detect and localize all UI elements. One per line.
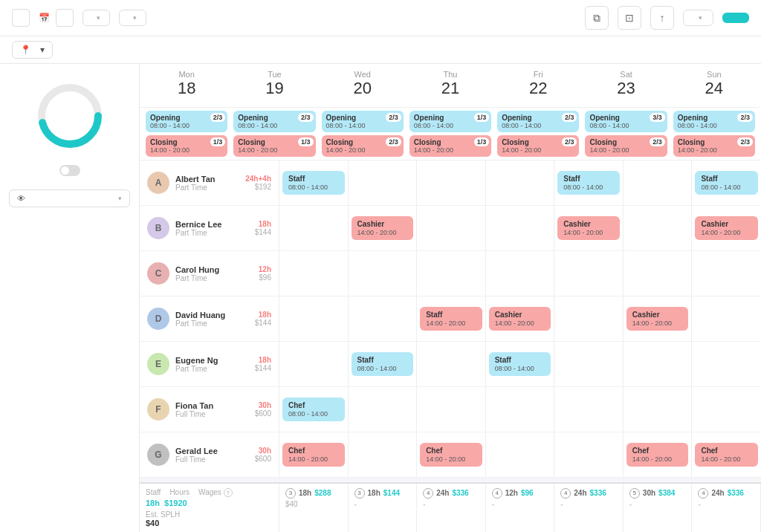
staff-day-cell[interactable]: Staff08:00 - 14:00: [279, 160, 349, 205]
shift-column-sat: Opening 08:00 - 14:00 3/3 Closing 14:00 …: [585, 111, 667, 157]
shift-chip[interactable]: Chef08:00 - 14:00: [282, 398, 345, 421]
staff-day-cell[interactable]: [486, 251, 555, 296]
opening-shift-block[interactable]: Opening 08:00 - 14:00 2/3: [146, 111, 227, 132]
shift-chip[interactable]: Cashier14:00 - 20:00: [489, 307, 551, 331]
shift-chip[interactable]: Staff08:00 - 14:00: [695, 171, 758, 195]
staff-day-cell[interactable]: [417, 206, 486, 250]
upload-button[interactable]: ↑: [650, 6, 674, 30]
publish-button[interactable]: [722, 13, 749, 23]
staff-day-cell[interactable]: Staff08:00 - 14:00: [692, 160, 761, 205]
staff-day-cell[interactable]: [554, 251, 624, 296]
staff-day-cell[interactable]: [692, 342, 761, 386]
staff-day-cell[interactable]: [692, 251, 761, 296]
staff-day-cell[interactable]: [624, 251, 693, 296]
staff-day-cell[interactable]: Cashier14:00 - 20:00: [349, 206, 418, 250]
staff-day-cell[interactable]: [349, 296, 418, 341]
opening-shift-block[interactable]: Opening 08:00 - 14:00 2/3: [233, 111, 315, 132]
staff-day-cell[interactable]: [624, 160, 693, 205]
staff-day-cell[interactable]: [349, 160, 418, 205]
staff-day-cell[interactable]: Staff08:00 - 14:00: [554, 160, 624, 205]
shift-chip[interactable]: Staff08:00 - 14:00: [282, 171, 345, 195]
staff-view-dropdown[interactable]: ▾: [119, 10, 146, 26]
closing-shift-block[interactable]: Closing 14:00 - 20:00 2/3: [585, 135, 667, 157]
staff-day-cell[interactable]: Cashier14:00 - 20:00: [554, 206, 624, 250]
shift-chip[interactable]: Chef14:00 - 20:00: [626, 443, 689, 467]
closing-shift-block[interactable]: Closing 14:00 - 20:00 2/3: [322, 135, 404, 157]
shift-chip[interactable]: Staff08:00 - 14:00: [489, 352, 551, 376]
staff-day-cell[interactable]: Chef14:00 - 20:00: [692, 432, 761, 477]
shift-chip[interactable]: Chef14:00 - 20:00: [420, 443, 482, 467]
staff-name: David Huang: [175, 311, 249, 319]
staff-day-cell[interactable]: [624, 206, 693, 250]
shift-chip[interactable]: Chef14:00 - 20:00: [282, 443, 345, 467]
opening-shift-block[interactable]: Opening 08:00 - 14:00 3/3: [585, 111, 667, 132]
staff-day-cell[interactable]: [486, 206, 555, 250]
shift-chip[interactable]: Cashier14:00 - 20:00: [695, 216, 758, 240]
staff-day-cell[interactable]: Cashier14:00 - 20:00: [624, 296, 693, 341]
staff-day-cell[interactable]: [554, 432, 624, 477]
staff-day-cell[interactable]: [349, 387, 418, 432]
next-week-button[interactable]: [56, 9, 74, 27]
staff-day-cell[interactable]: Staff08:00 - 14:00: [486, 342, 555, 386]
staff-day-cell[interactable]: [692, 296, 761, 341]
staff-day-cell[interactable]: [486, 160, 555, 205]
shift-chip[interactable]: Cashier14:00 - 20:00: [352, 216, 414, 240]
day-header-fri: Fri22: [497, 70, 579, 104]
closing-shift-block[interactable]: Closing 14:00 - 20:00 1/3: [233, 135, 315, 157]
staff-day-cell[interactable]: [692, 387, 761, 432]
staff-day-cell[interactable]: [554, 387, 624, 432]
opening-shift-block[interactable]: Opening 08:00 - 14:00 2/3: [673, 111, 755, 132]
shift-chip[interactable]: Staff08:00 - 14:00: [352, 352, 414, 376]
paste-button[interactable]: ⊡: [618, 6, 641, 30]
prev-week-button[interactable]: [12, 9, 30, 27]
cost-summary: [9, 73, 130, 179]
footer-day-col-6: 4 24h $336 -: [692, 484, 761, 533]
staff-day-cell[interactable]: [279, 206, 349, 250]
staff-day-cell[interactable]: [279, 251, 349, 296]
staff-day-cell[interactable]: Chef08:00 - 14:00: [279, 387, 349, 432]
closing-shift-block[interactable]: Closing 14:00 - 20:00 1/3: [409, 135, 491, 157]
staff-day-cell[interactable]: [417, 251, 486, 296]
staff-type: Part Time: [175, 319, 249, 328]
location-selector[interactable]: 📍 ▾: [12, 41, 53, 59]
copy-button[interactable]: ⧉: [585, 6, 609, 30]
request-button[interactable]: ▾: [683, 10, 713, 26]
staff-day-cell[interactable]: [486, 387, 555, 432]
staff-day-cell[interactable]: [624, 387, 693, 432]
staff-day-cell[interactable]: Staff08:00 - 14:00: [349, 342, 418, 386]
opening-shift-block[interactable]: Opening 08:00 - 14:00 1/3: [409, 111, 491, 132]
staff-day-cell[interactable]: [417, 342, 486, 386]
staff-day-cell[interactable]: Cashier14:00 - 20:00: [486, 296, 555, 341]
staff-day-cell[interactable]: Chef14:00 - 20:00: [417, 432, 486, 477]
staff-day-cell[interactable]: Staff14:00 - 20:00: [417, 296, 486, 341]
staff-day-cell[interactable]: [349, 432, 418, 477]
staff-day-cell[interactable]: [624, 342, 693, 386]
closing-shift-block[interactable]: Closing 14:00 - 20:00 2/3: [497, 135, 579, 157]
staff-day-cell[interactable]: [417, 387, 486, 432]
closing-shift-block[interactable]: Closing 14:00 - 20:00 2/3: [673, 135, 755, 157]
opening-shift-block[interactable]: Opening 08:00 - 14:00 2/3: [322, 111, 404, 132]
staff-day-cell[interactable]: Chef14:00 - 20:00: [279, 432, 349, 477]
shift-chip[interactable]: Staff08:00 - 14:00: [557, 171, 620, 195]
shift-chip[interactable]: Cashier14:00 - 20:00: [557, 216, 620, 240]
week-view-dropdown[interactable]: ▾: [82, 10, 110, 26]
shift-chip[interactable]: Chef14:00 - 20:00: [695, 443, 758, 467]
staff-day-cell[interactable]: [486, 432, 555, 477]
staff-view-selector[interactable]: 👁 ▾: [9, 189, 130, 207]
staff-day-cell[interactable]: Chef14:00 - 20:00: [624, 432, 693, 477]
opening-shift-block[interactable]: Opening 08:00 - 14:00 2/3: [497, 111, 579, 132]
shift-chip[interactable]: Staff14:00 - 20:00: [420, 307, 482, 331]
staff-day-cell[interactable]: [554, 342, 624, 386]
avatar: A: [147, 172, 169, 194]
staff-day-cell[interactable]: [554, 296, 624, 341]
staff-day-cell[interactable]: [349, 251, 418, 296]
closing-shift-block[interactable]: Closing 14:00 - 20:00 1/3: [146, 135, 227, 157]
shift-chip[interactable]: Cashier14:00 - 20:00: [626, 307, 689, 331]
calendar-icon[interactable]: 📅: [39, 13, 50, 23]
staff-day-cell[interactable]: [279, 296, 349, 341]
staff-day-cell[interactable]: [279, 342, 349, 386]
staff-day-cell[interactable]: Cashier14:00 - 20:00: [692, 206, 761, 250]
shift-details-toggle[interactable]: [59, 165, 80, 176]
staff-day-cell[interactable]: [417, 160, 486, 205]
staff-name: Eugene Ng: [175, 356, 249, 365]
